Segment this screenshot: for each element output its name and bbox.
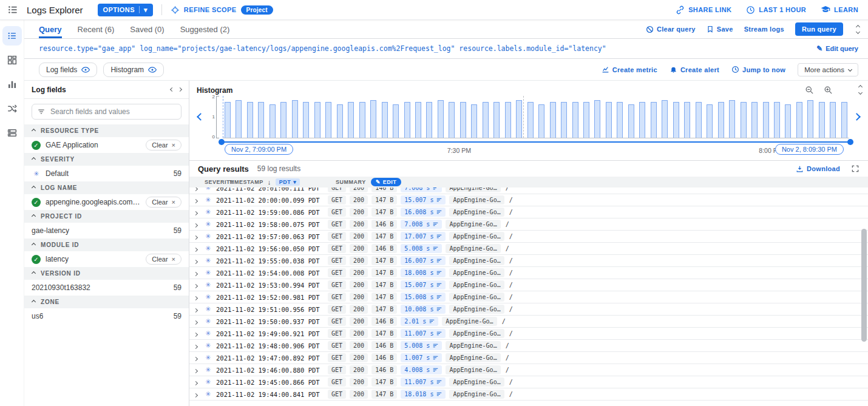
query-text[interactable]: resource.type="gae_app" log_name="projec…: [39, 44, 807, 53]
expand-row-icon[interactable]: [194, 293, 203, 302]
run-query-button[interactable]: Run query: [795, 22, 843, 36]
histogram-bar[interactable]: [359, 102, 365, 138]
histogram-bar[interactable]: [617, 102, 623, 138]
learn-button[interactable]: LEARN: [821, 5, 858, 15]
histogram-bar[interactable]: [393, 104, 399, 138]
log-row[interactable]: ✳2021-11-02 19:56:00.050 PDTGET200146 B5…: [189, 243, 868, 255]
field-section-header[interactable]: MODULE ID: [24, 239, 189, 251]
log-row[interactable]: ✳2021-11-02 19:55:00.038 PDTGET200147 B1…: [189, 255, 868, 267]
rail-logs-explorer-icon[interactable]: [2, 26, 22, 46]
save-button[interactable]: Save: [707, 25, 733, 33]
log-row[interactable]: ✳2021-11-02 19:44:00.841 PDTGET200147 B1…: [189, 388, 868, 401]
histogram-bar[interactable]: [527, 102, 534, 138]
stream-logs-button[interactable]: Stream logs: [744, 25, 784, 33]
log-row[interactable]: ✳2021-11-02 20:01:00.111 PDTGET200146 B7…: [189, 188, 868, 194]
edit-query-button[interactable]: ✎ Edit query: [816, 44, 858, 53]
log-row[interactable]: ✳2021-11-02 19:47:00.892 PDTGET200146 B1…: [189, 352, 868, 364]
clear-filter-button[interactable]: Clear×: [146, 197, 181, 208]
histogram-bar[interactable]: [729, 100, 735, 138]
histogram-bar[interactable]: [763, 102, 769, 138]
download-button[interactable]: Download: [796, 165, 840, 173]
expand-row-icon[interactable]: [194, 342, 203, 350]
histogram-toggle[interactable]: Histogram: [103, 63, 164, 77]
column-timestamp[interactable]: TIMESTAMP: [229, 179, 263, 185]
expand-row-icon[interactable]: [194, 378, 203, 387]
histogram-bar[interactable]: [270, 104, 276, 138]
expand-row-icon[interactable]: [194, 317, 203, 326]
histogram-bar[interactable]: [292, 100, 298, 138]
histogram-bar[interactable]: [415, 102, 421, 138]
clear-query-button[interactable]: Clear query: [646, 25, 696, 33]
histogram-bar[interactable]: [483, 102, 489, 138]
histogram-bar[interactable]: [382, 102, 388, 138]
expand-row-icon[interactable]: [194, 305, 203, 314]
histogram-bar[interactable]: [404, 102, 410, 138]
field-section-header[interactable]: PROJECT ID: [24, 210, 189, 223]
expand-row-icon[interactable]: [194, 330, 203, 338]
expand-row-icon[interactable]: [194, 269, 203, 277]
histogram-bar[interactable]: [751, 102, 758, 138]
expand-row-icon[interactable]: [194, 232, 203, 241]
histogram-bar[interactable]: [628, 104, 634, 138]
range-end-pill[interactable]: Nov 2, 8:09:30 PM: [775, 144, 844, 155]
edit-summary-button[interactable]: ✎ EDIT: [371, 178, 402, 186]
histogram-bar[interactable]: [516, 100, 522, 138]
field-item[interactable]: ✓appengine.googleapis.com/requ…Clear×: [24, 194, 189, 210]
log-row[interactable]: ✳2021-11-02 20:00:00.099 PDTGET200147 B1…: [189, 194, 868, 206]
expand-row-icon[interactable]: [194, 257, 203, 265]
histogram-bar[interactable]: [785, 104, 791, 138]
field-section-header[interactable]: ZONE: [24, 296, 189, 308]
histogram-bar[interactable]: [561, 102, 567, 138]
search-fields-input[interactable]: [32, 104, 181, 120]
log-row[interactable]: ✳2021-11-02 19:49:00.921 PDTGET200147 B1…: [189, 328, 868, 340]
log-row[interactable]: ✳2021-11-02 19:50:00.937 PDTGET200146 B2…: [189, 316, 868, 328]
histogram-bar[interactable]: [583, 102, 589, 138]
histogram-bar[interactable]: [639, 102, 645, 138]
create-metric-button[interactable]: Create metric: [602, 66, 657, 73]
histogram-bar[interactable]: [258, 102, 264, 138]
clear-filter-button[interactable]: Clear×: [146, 254, 181, 265]
histogram-bar[interactable]: [696, 102, 702, 138]
create-alert-button[interactable]: Create alert: [670, 66, 719, 73]
histogram-bar[interactable]: [594, 100, 600, 138]
clear-filter-button[interactable]: Clear×: [146, 140, 181, 151]
collapse-histogram-icon[interactable]: [859, 86, 862, 94]
log-row[interactable]: ✳2021-11-02 19:46:00.880 PDTGET200146 B4…: [189, 364, 868, 376]
zoom-in-icon[interactable]: [824, 86, 833, 95]
expand-row-icon[interactable]: [194, 188, 203, 192]
expand-row-icon[interactable]: [194, 390, 203, 399]
histogram-bar[interactable]: [449, 102, 455, 138]
field-item[interactable]: ✳Default59: [24, 166, 189, 181]
field-item[interactable]: ✓GAE ApplicationClear×: [24, 137, 189, 153]
histogram-bar[interactable]: [426, 102, 432, 138]
tab-recent[interactable]: Recent (6): [78, 20, 115, 38]
log-row[interactable]: ✳2021-11-02 19:53:00.994 PDTGET200147 B1…: [189, 279, 868, 291]
field-section-header[interactable]: SEVERITY: [24, 153, 189, 166]
field-section-header[interactable]: RESOURCE TYPE: [24, 124, 189, 137]
rail-router-icon[interactable]: [2, 99, 22, 118]
histogram-bar[interactable]: [247, 102, 253, 138]
timezone-chip[interactable]: PDT ▾: [276, 178, 300, 186]
histogram-bar[interactable]: [460, 102, 466, 138]
field-section-header[interactable]: VERSION ID: [24, 267, 189, 280]
histogram-bar[interactable]: [538, 104, 544, 138]
histogram-bar[interactable]: [830, 102, 836, 138]
expand-row-icon[interactable]: [194, 354, 203, 362]
expand-row-icon[interactable]: [194, 220, 203, 229]
log-fields-toggle[interactable]: Log fields: [39, 63, 97, 77]
histogram-bar[interactable]: [325, 102, 331, 138]
more-actions-button[interactable]: More actions: [798, 63, 858, 76]
histogram-bar[interactable]: [471, 104, 477, 138]
histogram-bar[interactable]: [841, 102, 847, 138]
panel-collapse-icons[interactable]: [171, 88, 181, 91]
histogram-bar[interactable]: [807, 100, 813, 138]
histogram-bar[interactable]: [493, 102, 500, 138]
zoom-out-icon[interactable]: [805, 86, 814, 95]
log-row[interactable]: ✳2021-11-02 19:59:00.086 PDTGET200147 B1…: [189, 206, 868, 218]
collapse-pane-icon[interactable]: [854, 25, 862, 33]
histogram-bar[interactable]: [606, 102, 612, 138]
histogram-bar[interactable]: [662, 100, 668, 138]
expand-row-icon[interactable]: [194, 366, 203, 374]
range-start-pill[interactable]: Nov 2, 7:09:00 PM: [225, 144, 293, 155]
pan-right-icon[interactable]: [853, 113, 861, 121]
